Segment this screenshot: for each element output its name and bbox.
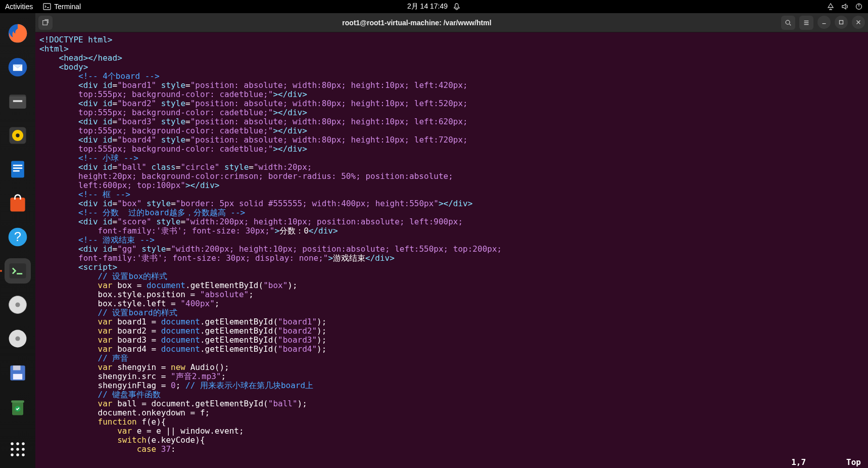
svg-rect-38 [43,20,47,25]
disc-icon [7,294,29,316]
svg-point-22 [15,337,20,341]
ubuntu-dock: ? [0,13,35,468]
svg-point-20 [15,303,20,307]
svg-rect-6 [13,101,22,103]
cursor-position: 1,7 [791,458,806,467]
svg-point-39 [786,20,790,24]
music-icon [7,124,29,147]
svg-rect-5 [10,97,26,109]
svg-point-9 [16,133,19,137]
terminal-icon [43,3,51,11]
dock-firefox[interactable] [5,21,31,46]
svg-point-36 [16,453,19,456]
code-content: <!DOCTYPE html> <html> <head></head> <bo… [39,35,864,454]
thunderbird-icon [7,56,29,78]
terminal-app-icon [7,260,29,282]
dock-help[interactable]: ? [5,224,31,250]
dock-apps-grid[interactable] [5,437,31,462]
svg-text:?: ? [14,229,21,244]
menu-button[interactable] [799,16,813,30]
maximize-button[interactable] [835,16,848,29]
app-menu-label: Terminal [54,3,81,11]
dock-rhythmbox[interactable] [5,122,31,148]
minimize-button[interactable] [817,16,831,29]
close-button[interactable] [852,16,865,29]
window-titlebar: root1@root1-virtual-machine: /var/www/ht… [35,13,868,32]
dock-disk[interactable] [5,360,31,386]
gg-text: 游戏结束 [333,253,365,263]
document-icon [7,158,29,180]
floppy-icon [7,362,29,384]
dock-disc2[interactable] [5,326,31,351]
svg-point-31 [22,442,25,445]
app-menu[interactable]: Terminal [43,3,81,11]
minimize-icon [821,19,828,26]
dock-trash[interactable] [5,394,31,419]
dock-terminal[interactable] [5,258,31,284]
files-icon [7,90,29,112]
maximize-icon [838,19,845,26]
network-icon[interactable] [827,3,835,11]
svg-rect-25 [13,373,22,379]
svg-rect-0 [43,4,51,10]
svg-point-33 [16,448,19,451]
hamburger-icon [803,19,810,26]
dock-files[interactable] [5,88,31,114]
svg-point-29 [11,442,14,445]
notification-bell-icon[interactable] [453,3,461,11]
dock-writer[interactable] [5,157,31,182]
svg-point-35 [11,453,14,456]
dock-thunderbird[interactable] [5,55,31,80]
dock-disc1[interactable] [5,292,31,317]
svg-rect-40 [840,20,843,24]
svg-rect-11 [13,165,22,166]
svg-rect-14 [10,198,25,212]
svg-rect-13 [13,170,20,172]
power-icon[interactable] [855,3,863,11]
gnome-top-panel: Activities Terminal 2月 14 17:49 [0,0,868,13]
shopping-bag-icon [7,192,29,214]
activities-button[interactable]: Activities [5,3,33,11]
new-tab-icon [42,19,49,26]
dock-software[interactable] [5,191,31,216]
new-tab-button[interactable] [38,16,53,30]
help-icon: ? [7,226,29,248]
search-button[interactable] [781,16,795,30]
search-icon [785,19,792,26]
apps-grid-icon [7,438,29,460]
window-title: root1@root1-virtual-machine: /var/www/ht… [57,19,777,27]
scroll-indicator: Top [846,458,861,467]
volume-icon[interactable] [841,3,849,11]
svg-point-34 [22,448,25,451]
svg-point-30 [16,442,19,445]
disc-icon [7,327,29,350]
close-icon [855,19,862,26]
firefox-icon [7,22,29,44]
svg-rect-12 [13,167,22,169]
vim-statusbar: 1,7 Top [791,458,861,467]
svg-rect-10 [11,161,24,177]
editor-viewport[interactable]: <!DOCTYPE html> <html> <head></head> <bo… [35,32,868,468]
score-text: 分数：0 [279,226,309,236]
svg-rect-17 [10,264,26,278]
trash-icon [7,396,29,418]
clock[interactable]: 2月 14 17:49 [407,2,448,11]
svg-rect-24 [13,365,21,370]
svg-point-37 [22,453,25,456]
terminal-window: root1@root1-virtual-machine: /var/www/ht… [35,13,868,468]
svg-point-32 [11,448,14,451]
svg-rect-27 [11,400,24,403]
